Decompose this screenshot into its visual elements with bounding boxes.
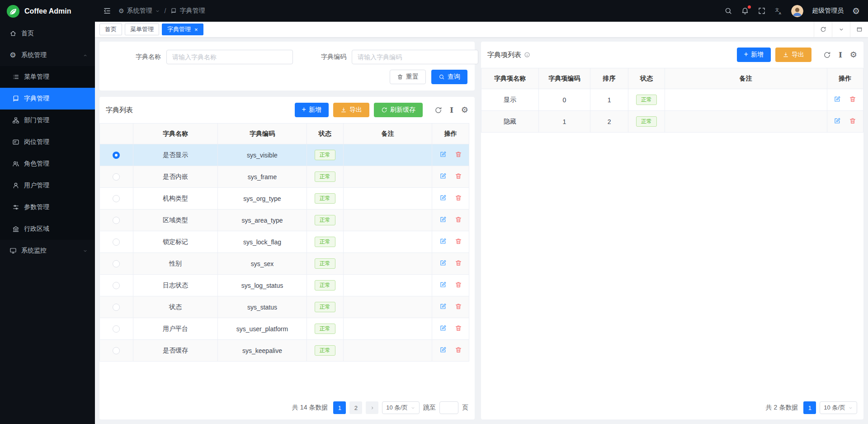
edit-icon[interactable]: [439, 259, 447, 267]
table-row[interactable]: 机构类型 sys_org_type 正常: [100, 188, 469, 210]
table-row[interactable]: 用户平台 sys_user_platform 正常: [100, 318, 469, 340]
edit-icon[interactable]: [439, 346, 447, 353]
table-tools: I ⚙: [434, 106, 468, 114]
page-button-1[interactable]: 1: [803, 401, 816, 414]
delete-icon[interactable]: [455, 324, 462, 332]
delete-icon[interactable]: [455, 259, 462, 267]
next-page-button[interactable]: [366, 401, 378, 414]
table-row[interactable]: 状态 sys_status 正常: [100, 296, 469, 318]
sidebar-item-post-mgmt[interactable]: 岗位管理: [0, 131, 95, 153]
text-size-icon[interactable]: I: [450, 106, 453, 114]
table-row[interactable]: 是否显示 sys_visible 正常: [100, 144, 469, 166]
sidebar-item-dict-mgmt[interactable]: 字典管理: [0, 88, 95, 110]
table-row[interactable]: 是否内嵌 sys_frame 正常: [100, 166, 469, 188]
column-settings-gear-icon[interactable]: ⚙: [461, 106, 468, 114]
add-item-button[interactable]: +新增: [737, 48, 771, 62]
table-row[interactable]: 显示 0 1 正常: [481, 89, 863, 111]
settings-gear-icon[interactable]: ⚙: [852, 7, 860, 15]
export-button[interactable]: 导出: [333, 103, 369, 117]
delete-icon[interactable]: [455, 281, 462, 288]
row-radio[interactable]: [113, 325, 120, 333]
table-row[interactable]: 是否缓存 sys_keepalive 正常: [100, 340, 469, 362]
refresh-page-button[interactable]: [814, 22, 832, 37]
dict-code-input[interactable]: [352, 50, 478, 64]
edit-icon[interactable]: [439, 281, 447, 288]
dictionary-icon: [12, 95, 19, 103]
delete-icon[interactable]: [455, 172, 462, 180]
row-radio[interactable]: [113, 173, 120, 181]
row-radio[interactable]: [113, 152, 120, 159]
edit-icon[interactable]: [439, 324, 447, 332]
row-radio[interactable]: [113, 217, 120, 224]
sidebar-item-menu-mgmt[interactable]: 菜单管理: [0, 66, 95, 88]
text-size-icon[interactable]: I: [839, 51, 842, 59]
row-radio[interactable]: [113, 260, 120, 267]
language-button[interactable]: [774, 7, 783, 15]
sidebar-item-region-mgmt[interactable]: 行政区域: [0, 218, 95, 240]
page-size-value: 10 条/页: [386, 404, 408, 412]
edit-icon[interactable]: [834, 117, 841, 124]
refresh-table-icon[interactable]: [434, 106, 442, 114]
delete-icon[interactable]: [455, 238, 462, 245]
sidebar-item-home[interactable]: 首页: [0, 23, 95, 44]
table-row[interactable]: 隐藏 1 2 正常: [481, 111, 863, 133]
user-name[interactable]: 超级管理员: [812, 7, 844, 15]
row-radio[interactable]: [113, 238, 120, 246]
reset-button[interactable]: 重置: [390, 70, 426, 84]
delete-icon[interactable]: [849, 117, 856, 124]
table-row[interactable]: 日志状态 sys_log_status 正常: [100, 275, 469, 296]
row-radio[interactable]: [113, 195, 120, 202]
export-item-button[interactable]: 导出: [775, 48, 811, 62]
sidebar-item-system[interactable]: ⚙ 系统管理: [0, 44, 95, 66]
page-size-select[interactable]: 10 条/页: [820, 401, 857, 414]
add-button[interactable]: +新增: [295, 103, 329, 117]
column-header: 排序: [590, 68, 628, 89]
tab-dict-mgmt[interactable]: 字典管理×: [162, 24, 203, 35]
table-row[interactable]: 性别 sys_sex 正常: [100, 253, 469, 275]
content-fullscreen-button[interactable]: [850, 22, 868, 37]
page-button-2[interactable]: 2: [349, 401, 362, 414]
collapse-sidebar-button[interactable]: [103, 7, 111, 15]
edit-icon[interactable]: [439, 172, 447, 180]
sidebar-item-param-mgmt[interactable]: 参数管理: [0, 196, 95, 218]
avatar[interactable]: [791, 5, 803, 17]
query-button[interactable]: 查询: [431, 70, 467, 84]
page-jump-input[interactable]: [439, 401, 458, 414]
page-button-1[interactable]: 1: [333, 401, 346, 414]
fullscreen-button[interactable]: [758, 7, 766, 15]
row-radio[interactable]: [113, 304, 120, 311]
table-row[interactable]: 区域类型 sys_area_type 正常: [100, 210, 469, 231]
sidebar-item-user-mgmt[interactable]: 用户管理: [0, 175, 95, 196]
page-size-select[interactable]: 10 条/页: [382, 401, 420, 414]
delete-icon[interactable]: [849, 95, 856, 103]
row-radio[interactable]: [113, 347, 120, 354]
delete-icon[interactable]: [455, 216, 462, 223]
breadcrumb-system[interactable]: ⚙ 系统管理: [118, 7, 160, 15]
notifications-button[interactable]: [741, 7, 749, 15]
table-row[interactable]: 锁定标记 sys_lock_flag 正常: [100, 231, 469, 253]
refresh-cache-button[interactable]: 刷新缓存: [374, 103, 423, 117]
edit-icon[interactable]: [439, 194, 447, 201]
column-settings-gear-icon[interactable]: ⚙: [850, 51, 857, 59]
search-button[interactable]: [724, 7, 732, 15]
edit-icon[interactable]: [439, 216, 447, 223]
row-radio[interactable]: [113, 282, 120, 289]
edit-icon[interactable]: [439, 238, 447, 245]
tab-menu-mgmt[interactable]: 菜单管理: [125, 24, 159, 35]
dict-name-input[interactable]: [166, 50, 293, 64]
status-badge: 正常: [315, 280, 335, 291]
sidebar-item-dept-mgmt[interactable]: 部门管理: [0, 110, 95, 131]
delete-icon[interactable]: [455, 151, 462, 158]
sidebar-item-monitor[interactable]: 系统监控: [0, 240, 95, 262]
close-icon[interactable]: ×: [194, 27, 198, 33]
refresh-table-icon[interactable]: [823, 51, 831, 59]
delete-icon[interactable]: [455, 303, 462, 310]
edit-icon[interactable]: [439, 151, 447, 158]
sidebar-item-role-mgmt[interactable]: 角色管理: [0, 153, 95, 175]
delete-icon[interactable]: [455, 346, 462, 353]
delete-icon[interactable]: [455, 194, 462, 201]
tab-options-button[interactable]: [832, 22, 850, 37]
tab-home[interactable]: 首页: [99, 24, 122, 35]
edit-icon[interactable]: [834, 95, 841, 103]
edit-icon[interactable]: [439, 303, 447, 310]
